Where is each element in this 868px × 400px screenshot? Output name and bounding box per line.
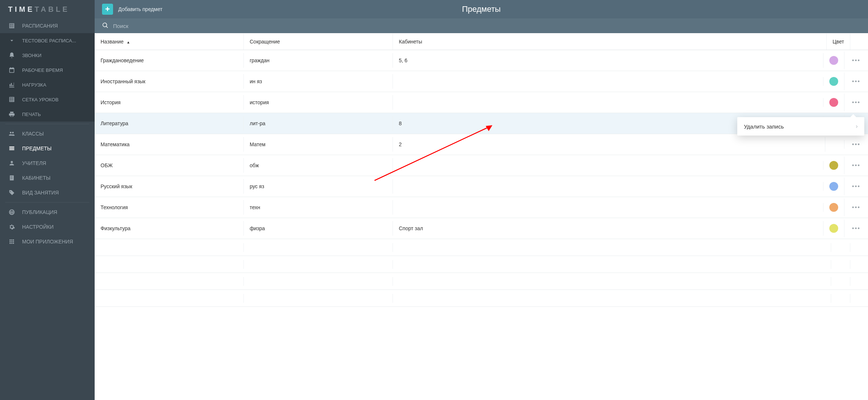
nav-bells[interactable]: ЗВОНКИ — [0, 48, 95, 63]
cell-empty — [244, 277, 393, 286]
nav-classes[interactable]: КЛАССЫ — [0, 126, 95, 141]
nav-work-time[interactable]: РАБОЧЕЕ ВРЕМЯ — [0, 63, 95, 77]
col-header-cabinets[interactable]: Кабинеты — [393, 34, 827, 50]
cell-name: Литература — [95, 116, 244, 131]
cell-cabinets — [393, 182, 823, 191]
nav-label: ПЕЧАТЬ — [22, 112, 41, 117]
color-swatch[interactable] — [829, 98, 838, 107]
table-row[interactable]: ОБЖобж••• — [95, 155, 868, 176]
color-swatch[interactable] — [829, 182, 838, 191]
nav-schedules[interactable]: РАСПИСАНИЯ — [0, 18, 95, 33]
row-actions-button[interactable]: ••• — [850, 76, 862, 87]
row-actions-button[interactable]: ••• — [850, 222, 862, 234]
col-header-abbr[interactable]: Сокращение — [244, 34, 393, 50]
table-row-empty — [95, 273, 868, 290]
dots-icon: ••• — [852, 183, 861, 190]
cell-abbr: обж — [244, 158, 393, 173]
color-swatch[interactable] — [829, 77, 838, 86]
color-swatch[interactable] — [829, 56, 838, 65]
context-menu-delete[interactable]: Удалить запись › — [737, 117, 864, 136]
cell-name: ОБЖ — [95, 158, 244, 173]
cell-color — [823, 199, 844, 216]
nav-separator — [5, 124, 89, 124]
cell-empty — [244, 243, 393, 252]
nav-test-schedule[interactable]: ТЕСТОВОЕ РАСПИСА... — [0, 33, 95, 48]
nav-activity-type[interactable]: ВИД ЗАНЯТИЯ — [0, 185, 95, 200]
table-icon — [8, 22, 15, 29]
col-header-cab-label: Кабинеты — [399, 39, 422, 45]
dots-icon: ••• — [852, 225, 861, 232]
nav-print[interactable]: ПЕЧАТЬ — [0, 107, 95, 122]
row-actions-button[interactable]: ••• — [850, 97, 862, 108]
cell-empty — [831, 243, 850, 252]
nav-rooms[interactable]: КАБИНЕТЫ — [0, 171, 95, 185]
table-row[interactable]: МатематикаМатем2••• — [95, 134, 868, 155]
cell-abbr: рус яз — [244, 179, 393, 194]
dots-icon: ••• — [852, 78, 861, 85]
row-actions-button[interactable]: ••• — [850, 55, 862, 66]
cell-color — [823, 157, 844, 174]
nav-lessons-grid[interactable]: СЕТКА УРОКОВ — [0, 92, 95, 107]
nav-publication[interactable]: ПУБЛИКАЦИЯ — [0, 205, 95, 220]
chevron-right-icon: › — [856, 123, 858, 130]
table-row[interactable]: Технологиятехн••• — [95, 197, 868, 218]
nav-label: КАБИНЕТЫ — [22, 175, 50, 181]
table-row[interactable]: Граждановедениеграждан5, 6••• — [95, 50, 868, 71]
color-swatch[interactable] — [829, 161, 838, 170]
cell-empty — [95, 294, 244, 303]
search-input[interactable] — [113, 23, 861, 29]
table-row-empty — [95, 290, 868, 307]
topbar: + Добавить предмет Предметы — [95, 0, 868, 18]
table-row-empty — [95, 256, 868, 273]
nav-separator — [5, 202, 89, 203]
col-header-color[interactable]: Цвет — [827, 34, 850, 50]
color-swatch[interactable] — [829, 203, 838, 212]
cell-name: Математика — [95, 137, 244, 152]
dots-icon: ••• — [852, 99, 861, 106]
nav-subjects[interactable]: ПРЕДМЕТЫ — [0, 141, 95, 156]
row-actions-button[interactable]: ••• — [850, 201, 862, 213]
table-row[interactable]: Иностранный языкин яз••• — [95, 71, 868, 92]
dots-icon: ••• — [852, 57, 861, 64]
cell-cabinets: 2 — [393, 137, 825, 152]
nav-label: ЗВОНКИ — [22, 53, 42, 58]
nav-teachers[interactable]: УЧИТЕЛЯ — [0, 156, 95, 171]
table-row[interactable]: ФизкультурафизраСпорт зал••• — [95, 218, 868, 239]
print-icon — [8, 110, 15, 118]
logo-text-light: TIME — [8, 5, 35, 14]
gear-icon — [8, 223, 15, 231]
cell-empty — [393, 243, 831, 252]
context-menu-delete-label: Удалить запись — [744, 123, 784, 130]
nav-my-apps[interactable]: МОИ ПРИЛОЖЕНИЯ — [0, 234, 95, 249]
cell-abbr: физра — [244, 221, 393, 236]
sidebar: TIMETABLE РАСПИСАНИЯ ТЕСТОВОЕ РАСПИСА... — [0, 0, 95, 400]
cell-abbr: лит-ра — [244, 116, 393, 131]
nav-label: ВИД ЗАНЯТИЯ — [22, 190, 59, 196]
cell-empty — [393, 294, 831, 303]
cell-empty — [831, 277, 850, 286]
col-header-name[interactable]: Название ▲ — [95, 34, 244, 50]
nav-settings[interactable]: НАСТРОЙКИ — [0, 220, 95, 234]
nav-load[interactable]: НАГРУЗКА — [0, 77, 95, 92]
nav-label: СЕТКА УРОКОВ — [22, 97, 59, 102]
color-swatch[interactable] — [829, 224, 838, 233]
cell-cabinets — [393, 77, 823, 86]
cell-cabinets: Спорт зал — [393, 221, 823, 236]
add-subject-button[interactable]: + — [102, 4, 113, 15]
cell-abbr: ин яз — [244, 74, 393, 89]
cell-abbr: техн — [244, 200, 393, 215]
cell-abbr: Матем — [244, 137, 393, 152]
row-actions-button[interactable]: ••• — [850, 180, 862, 192]
col-header-name-label: Название — [101, 39, 124, 45]
row-actions-button[interactable]: ••• — [850, 138, 862, 150]
cell-empty — [831, 294, 850, 303]
cell-empty — [95, 277, 244, 286]
cell-empty — [831, 260, 850, 269]
cell-cabinets — [393, 161, 823, 170]
cell-color — [825, 140, 844, 149]
row-actions-button[interactable]: ••• — [850, 159, 862, 171]
logo: TIMETABLE — [0, 0, 95, 18]
cell-empty — [95, 243, 244, 252]
table-row[interactable]: Русский языкрус яз••• — [95, 176, 868, 197]
table-row[interactable]: Историяистория••• — [95, 92, 868, 113]
